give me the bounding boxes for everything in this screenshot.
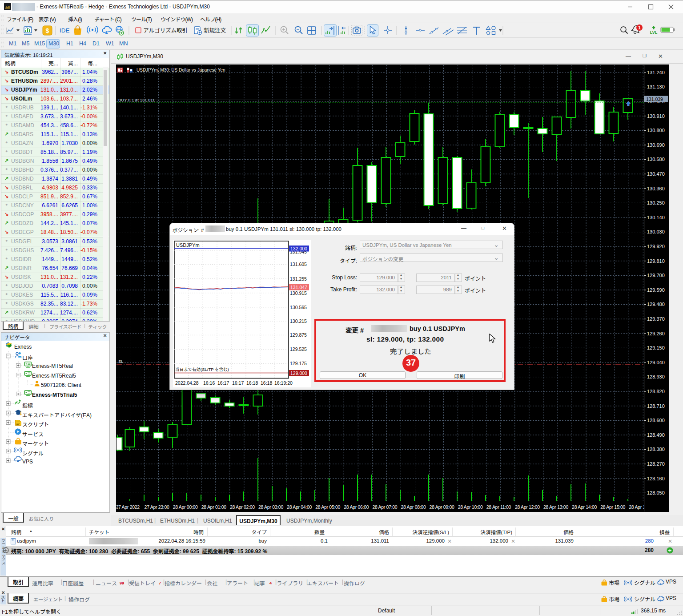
svg-text:130.800: 130.800 bbox=[647, 128, 665, 133]
svg-text:129.810: 129.810 bbox=[647, 258, 665, 264]
svg-text:131.240: 131.240 bbox=[647, 70, 665, 75]
svg-text:130.360: 130.360 bbox=[647, 186, 665, 191]
svg-text:28 Apr 02:00: 28 Apr 02:00 bbox=[230, 504, 255, 510]
svg-text:129.040: 129.040 bbox=[647, 360, 665, 365]
svg-text:131.605: 131.605 bbox=[290, 262, 307, 267]
svg-text:28 Apr 01:00: 28 Apr 01:00 bbox=[201, 504, 226, 510]
svg-text:128.600: 128.600 bbox=[647, 418, 665, 423]
svg-text:129.920: 129.920 bbox=[647, 244, 665, 249]
svg-text:130.910: 130.910 bbox=[647, 113, 665, 119]
svg-text:129.175: 129.175 bbox=[290, 361, 307, 366]
svg-text:28 Apr 07:00: 28 Apr 07:00 bbox=[372, 504, 397, 510]
svg-text:129.525: 129.525 bbox=[290, 346, 307, 352]
svg-text:28 Apr 00:00: 28 Apr 00:00 bbox=[173, 504, 198, 510]
svg-text:$: $ bbox=[46, 27, 49, 34]
svg-text:128.380: 128.380 bbox=[647, 447, 665, 452]
svg-text:128.820: 128.820 bbox=[647, 389, 665, 394]
svg-text:130.580: 130.580 bbox=[647, 157, 665, 162]
svg-text:129.000: 129.000 bbox=[290, 370, 307, 376]
svg-text:SL: SL bbox=[118, 359, 124, 364]
svg-text:129.875: 129.875 bbox=[290, 332, 307, 338]
svg-text:130.470: 130.470 bbox=[647, 171, 665, 177]
svg-text:128.160: 128.160 bbox=[647, 476, 665, 481]
svg-text:16:18: 16:18 bbox=[261, 380, 272, 386]
svg-text:28 Apr 14:00: 28 Apr 14:00 bbox=[572, 504, 597, 510]
svg-text:130.915: 130.915 bbox=[290, 290, 307, 296]
svg-text:128.270: 128.270 bbox=[647, 461, 665, 467]
svg-text:129.480: 129.480 bbox=[647, 302, 665, 307]
svg-text:28 Apr 13:00: 28 Apr 13:00 bbox=[543, 504, 568, 510]
svg-text:16:16: 16:16 bbox=[203, 380, 215, 386]
svg-text:130.215: 130.215 bbox=[290, 318, 307, 324]
svg-text:16:17: 16:17 bbox=[217, 380, 229, 386]
svg-text:16:19:20: 16:19:20 bbox=[274, 380, 293, 386]
svg-text:28 Apr 15:00: 28 Apr 15:00 bbox=[600, 504, 625, 510]
svg-text:16:18: 16:18 bbox=[246, 380, 258, 386]
svg-text:128.930: 128.930 bbox=[647, 374, 665, 379]
svg-text:28 Apr 08:00: 28 Apr 08:00 bbox=[401, 504, 426, 510]
svg-text:130.250: 130.250 bbox=[647, 200, 665, 205]
svg-text:130.565: 130.565 bbox=[290, 305, 307, 310]
svg-text:2022.04.28: 2022.04.28 bbox=[175, 380, 199, 386]
svg-text:28 Apr 05:00: 28 Apr 05:00 bbox=[315, 504, 340, 510]
svg-text:IDE: IDE bbox=[60, 27, 70, 34]
svg-text:16:17: 16:17 bbox=[232, 380, 244, 386]
svg-text:130.690: 130.690 bbox=[647, 142, 665, 148]
svg-text:27 Apr 23:00: 27 Apr 23:00 bbox=[145, 504, 169, 510]
svg-text:28 Apr 10:00: 28 Apr 10:00 bbox=[458, 504, 483, 510]
svg-text:1: 1 bbox=[638, 25, 641, 30]
svg-text:129.260: 129.260 bbox=[647, 331, 665, 336]
svg-text:28 Apr 03:00: 28 Apr 03:00 bbox=[258, 504, 283, 510]
svg-text:131.255: 131.255 bbox=[290, 276, 307, 282]
svg-text:128.490: 128.490 bbox=[647, 432, 665, 438]
svg-text:28 Apr 11:00: 28 Apr 11:00 bbox=[486, 504, 511, 510]
svg-text:131.130: 131.130 bbox=[647, 84, 665, 89]
svg-text:28 Apr 09:00: 28 Apr 09:00 bbox=[430, 504, 454, 510]
svg-text:131.039: 131.039 bbox=[646, 97, 663, 102]
svg-text:129.370: 129.370 bbox=[647, 316, 665, 322]
svg-text:130.140: 130.140 bbox=[647, 215, 665, 220]
svg-text:132.000: 132.000 bbox=[290, 246, 307, 251]
svg-text:LVL: LVL bbox=[650, 30, 658, 35]
svg-text:新規注文: 新規注文 bbox=[204, 28, 226, 34]
svg-text:USDJPYm: USDJPYm bbox=[176, 242, 200, 248]
svg-text:128.710: 128.710 bbox=[647, 403, 665, 409]
svg-text:129.700: 129.700 bbox=[647, 273, 665, 278]
svg-text:128.050: 128.050 bbox=[647, 490, 665, 495]
svg-text:27 Apr 2022: 27 Apr 2022 bbox=[116, 504, 140, 510]
svg-text:130.030: 130.030 bbox=[647, 229, 665, 234]
svg-text:129.150: 129.150 bbox=[647, 345, 665, 350]
svg-text:129.590: 129.590 bbox=[647, 287, 665, 293]
svg-text:BUY 0.1 at 131.011: BUY 0.1 at 131.011 bbox=[118, 97, 155, 102]
svg-text:USDJPYm, M30: US Dollar vs Jap: USDJPYm, M30: US Dollar vs Japanese Yen bbox=[137, 68, 225, 72]
svg-text:28 Apr 12:00: 28 Apr 12:00 bbox=[515, 504, 540, 510]
svg-text:131.047: 131.047 bbox=[290, 285, 307, 290]
svg-text:28 Apr 04:00: 28 Apr 04:00 bbox=[287, 504, 312, 510]
svg-text:当日まで有効(SL/TP を含む): 当日まで有効(SL/TP を含む) bbox=[175, 367, 229, 372]
svg-text:アルゴリズム取引: アルゴリズム取引 bbox=[143, 28, 188, 34]
svg-text:28 Apr 06:00: 28 Apr 06:00 bbox=[344, 504, 369, 510]
